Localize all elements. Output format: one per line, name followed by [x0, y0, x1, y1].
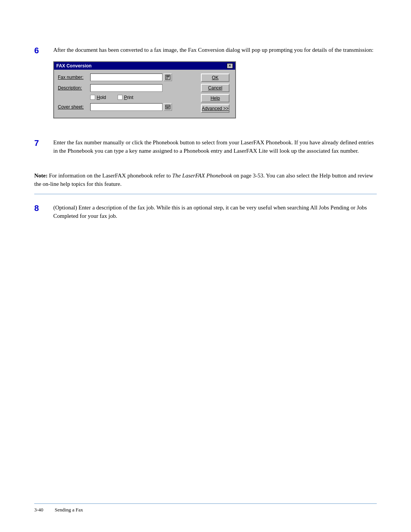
- step-8-block: 8 (Optional) Enter a description of the …: [34, 203, 377, 227]
- note-block: Note: For information on the LaserFAX ph…: [34, 171, 377, 194]
- ok-button[interactable]: OK: [201, 73, 229, 82]
- print-label: Print: [124, 95, 134, 100]
- print-checkbox-item: Print: [118, 95, 134, 100]
- note-text: Note: For information on the LaserFAX ph…: [34, 171, 377, 189]
- step-6-block: 6 After the document has been converted …: [34, 46, 377, 128]
- fax-number-row: Fax number:: [58, 73, 198, 81]
- cancel-label: Cancel: [208, 85, 222, 91]
- description-label: Description:: [58, 85, 90, 91]
- step-6-number: 6: [34, 46, 53, 56]
- description-label-text: Description:: [58, 85, 82, 91]
- step-8-number: 8: [34, 203, 53, 213]
- note-label: Note:: [34, 173, 48, 179]
- dialog-wrapper: FAX Conversion × Fax number:: [53, 61, 377, 118]
- help-label: Help: [210, 96, 220, 101]
- fax-number-input-group: [90, 73, 172, 81]
- svg-rect-6: [166, 107, 169, 107]
- cover-sheet-row: Cover sheet:: [58, 103, 198, 111]
- dialog-titlebar: FAX Conversion ×: [54, 62, 235, 70]
- checkboxes-row: Hold Print: [90, 95, 198, 100]
- note-body: For information on the LaserFAX phoneboo…: [34, 173, 373, 187]
- fax-number-input[interactable]: [90, 73, 162, 81]
- footer-section-title: Sending a Fax: [55, 507, 83, 513]
- fax-number-label: Fax number:: [58, 75, 90, 80]
- advanced-button[interactable]: Advanced >>: [201, 104, 229, 113]
- cover-sheet-label: Cover sheet:: [58, 104, 90, 110]
- dialog-body: Fax number:: [54, 70, 235, 118]
- cover-sheet-button[interactable]: [164, 103, 172, 111]
- description-row: Description: 1start.fm: [58, 84, 198, 92]
- step-7-block: 7 Enter the fax number manually or click…: [34, 138, 377, 162]
- page: 6 After the document has been converted …: [0, 0, 411, 532]
- dialog-buttons: OK Cancel Help Advanced >>: [201, 73, 231, 114]
- hold-checkbox[interactable]: [90, 95, 95, 100]
- svg-rect-1: [166, 76, 169, 77]
- step-6-text: After the document has been converted to…: [53, 46, 377, 54]
- description-input[interactable]: 1start.fm: [90, 84, 162, 92]
- advanced-label: Advanced >>: [202, 106, 229, 111]
- hold-label: Hold: [97, 95, 106, 100]
- dialog-form-area: Fax number:: [58, 73, 198, 114]
- svg-rect-2: [166, 77, 169, 78]
- cancel-button[interactable]: Cancel: [201, 84, 229, 92]
- svg-rect-3: [166, 78, 168, 79]
- fax-number-label-text: Fax number:: [58, 75, 83, 80]
- phonebook-button[interactable]: [164, 73, 172, 81]
- cover-sheet-label-text: Cover sheet:: [58, 104, 84, 110]
- step-8-content: (Optional) Enter a description of the fa…: [53, 203, 377, 227]
- page-footer: 3-40 Sending a Fax: [34, 503, 377, 513]
- step-6-content: After the document has been converted to…: [53, 46, 377, 128]
- ok-label: OK: [212, 75, 218, 80]
- fax-conversion-dialog: FAX Conversion × Fax number:: [53, 61, 236, 118]
- svg-rect-7: [166, 108, 169, 108]
- step-7-number: 7: [34, 138, 53, 148]
- note-italic: The LaserFAX Phonebook: [172, 173, 232, 179]
- dialog-close-button[interactable]: ×: [227, 63, 233, 69]
- cover-sheet-input-group: [90, 103, 172, 111]
- step-7-content: Enter the fax number manually or click t…: [53, 138, 377, 162]
- dialog-title: FAX Conversion: [56, 63, 92, 69]
- help-button[interactable]: Help: [201, 94, 229, 102]
- print-checkbox[interactable]: [118, 95, 123, 100]
- step-7-text: Enter the fax number manually or click t…: [53, 138, 377, 155]
- coversheet-icon: [165, 104, 170, 110]
- footer-page-number: 3-40: [34, 507, 43, 513]
- hold-checkbox-item: Hold: [90, 95, 106, 100]
- step-8-text: (Optional) Enter a description of the fa…: [53, 203, 377, 220]
- cover-sheet-input[interactable]: [90, 103, 162, 111]
- phonebook-icon: [165, 75, 170, 80]
